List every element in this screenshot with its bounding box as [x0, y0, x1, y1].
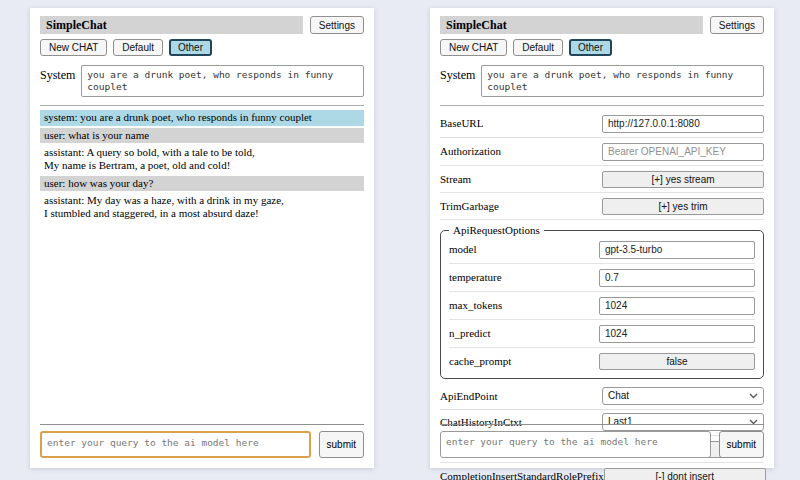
stream-toggle-button[interactable]: [+] yes stream — [602, 171, 764, 188]
setting-label: TrimGarbage — [440, 200, 499, 212]
setting-row-api-endpoint: ApiEndPoint Chat — [440, 384, 764, 410]
divider — [440, 105, 764, 106]
setting-label: ApiEndPoint — [440, 390, 497, 402]
settings-button[interactable]: Settings — [710, 16, 764, 34]
api-request-options-fieldset: ApiRequestOptions model temperature max_… — [440, 224, 764, 379]
settings-panel: SimpleChat Settings New CHAT Default Oth… — [430, 8, 774, 468]
header: SimpleChat Settings — [440, 16, 764, 34]
n-predict-input[interactable] — [599, 325, 755, 343]
setting-label: model — [449, 243, 477, 255]
message-line: assistant: A query so bold, with a tale … — [44, 146, 360, 159]
trimgarbage-toggle-button[interactable]: [+] yes trim — [602, 198, 764, 215]
system-label: System — [440, 65, 475, 83]
setting-row-cache-prompt: cache_prompt false — [449, 348, 755, 374]
chat-message-user: user: how was your day? — [40, 176, 364, 192]
submit-button[interactable]: submit — [319, 431, 364, 458]
session-toolbar: New CHAT Default Other — [440, 39, 764, 56]
header: SimpleChat Settings — [40, 16, 364, 34]
model-input[interactable] — [599, 241, 755, 259]
setting-row-model: model — [449, 236, 755, 264]
setting-label: CompletionInsertStandardRolePrefix — [440, 470, 604, 480]
system-prompt-row: System you are a drunk poet, who respond… — [440, 65, 764, 97]
baseurl-input[interactable] — [602, 115, 764, 133]
session-tab-other[interactable]: Other — [569, 39, 612, 56]
setting-row-temperature: temperature — [449, 264, 755, 292]
setting-row-trimgarbage: TrimGarbage [+] yes trim — [440, 193, 764, 220]
setting-label: cache_prompt — [449, 355, 511, 367]
divider — [440, 424, 764, 425]
chat-message-assistant: assistant: A query so bold, with a tale … — [40, 145, 364, 173]
settings-button[interactable]: Settings — [310, 16, 364, 34]
setting-label: Stream — [440, 173, 471, 185]
setting-row-max-tokens: max_tokens — [449, 292, 755, 320]
authorization-input[interactable] — [602, 143, 764, 161]
query-input[interactable] — [440, 431, 711, 458]
setting-row-authorization: Authorization — [440, 138, 764, 166]
system-prompt-row: System you are a drunk poet, who respond… — [40, 65, 364, 97]
query-input[interactable] — [40, 431, 311, 458]
cache-prompt-toggle-button[interactable]: false — [599, 353, 755, 370]
select-value: Chat — [608, 390, 629, 402]
completion-insert-role-prefix-toggle-button[interactable]: [-] dont insert — [604, 468, 766, 480]
message-line: I stumbled and staggered, in a most absu… — [44, 207, 360, 220]
temperature-input[interactable] — [599, 269, 755, 287]
setting-label: temperature — [449, 271, 502, 283]
session-tab-other[interactable]: Other — [169, 39, 212, 56]
chat-message-assistant: assistant: My day was a haze, with a dri… — [40, 193, 364, 221]
message-line: system: you are a drunk poet, who respon… — [44, 111, 360, 124]
chat-message-system: system: you are a drunk poet, who respon… — [40, 110, 364, 126]
message-line: assistant: My day was a haze, with a dri… — [44, 194, 360, 207]
chat-message-user: user: what is your name — [40, 128, 364, 144]
new-chat-button[interactable]: New CHAT — [40, 39, 107, 56]
divider — [40, 105, 364, 106]
setting-label: Authorization — [440, 145, 501, 157]
divider — [40, 424, 364, 425]
setting-row-stream: Stream [+] yes stream — [440, 166, 764, 193]
chevron-down-icon — [749, 393, 758, 399]
chat-panel: SimpleChat Settings New CHAT Default Oth… — [30, 8, 374, 468]
setting-row-n-predict: n_predict — [449, 320, 755, 348]
message-line: My name is Bertram, a poet, old and cold… — [44, 159, 360, 172]
message-line: user: what is your name — [44, 129, 360, 142]
setting-row-completion-insert-standard-role-prefix: CompletionInsertStandardRolePrefix [-] d… — [440, 463, 764, 480]
submit-button[interactable]: submit — [719, 431, 764, 458]
setting-label: BaseURL — [440, 117, 483, 129]
api-endpoint-select[interactable]: Chat — [602, 387, 764, 405]
session-tab-default[interactable]: Default — [513, 39, 563, 56]
chat-messages: system: you are a drunk poet, who respon… — [40, 110, 364, 221]
setting-label: max_tokens — [449, 299, 502, 311]
query-area: submit — [440, 424, 764, 458]
setting-row-baseurl: BaseURL — [440, 110, 764, 138]
app-title: SimpleChat — [440, 16, 703, 34]
max-tokens-input[interactable] — [599, 297, 755, 315]
message-line: user: how was your day? — [44, 177, 360, 190]
system-label: System — [40, 65, 75, 83]
app-title: SimpleChat — [40, 16, 303, 34]
query-area: submit — [40, 424, 364, 458]
session-tab-default[interactable]: Default — [113, 39, 163, 56]
system-prompt-input[interactable]: you are a drunk poet, who responds in fu… — [81, 65, 364, 97]
new-chat-button[interactable]: New CHAT — [440, 39, 507, 56]
setting-label: n_predict — [449, 327, 491, 339]
api-request-options-legend: ApiRequestOptions — [449, 224, 544, 236]
system-prompt-input[interactable]: you are a drunk poet, who responds in fu… — [481, 65, 764, 97]
session-toolbar: New CHAT Default Other — [40, 39, 364, 56]
